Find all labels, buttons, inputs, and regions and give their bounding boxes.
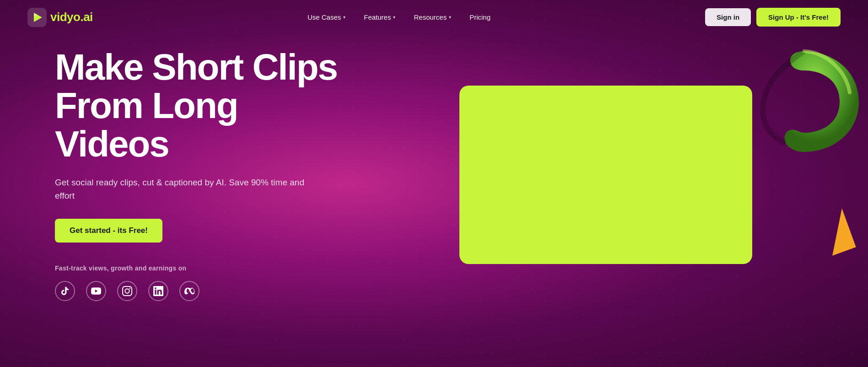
video-placeholder	[459, 86, 752, 264]
triangle-decoration	[818, 208, 856, 255]
chevron-down-icon: ▾	[449, 15, 451, 20]
signin-button[interactable]: Sign in	[705, 8, 751, 26]
nav-resources[interactable]: Resources ▾	[406, 10, 458, 25]
nav-pricing[interactable]: Pricing	[462, 10, 498, 25]
logo-icon	[27, 8, 47, 27]
logo-text: vidyo.ai	[50, 10, 93, 24]
hero-right	[380, 60, 831, 289]
chevron-down-icon: ▾	[343, 15, 345, 20]
instagram-icon[interactable]	[117, 281, 137, 301]
nav-right: Sign in Sign Up - It's Free!	[705, 8, 841, 27]
social-icons	[55, 281, 352, 301]
navbar: vidyo.ai Use Cases ▾ Features ▾ Resource…	[0, 0, 868, 34]
youtube-icon[interactable]	[86, 281, 106, 301]
hero-left: Make Short Clips From Long Videos Get so…	[55, 48, 352, 301]
hero-headline: Make Short Clips From Long Videos	[55, 48, 352, 163]
meta-icon[interactable]	[179, 281, 199, 301]
nav-center: Use Cases ▾ Features ▾ Resources ▾ Prici…	[300, 10, 498, 25]
hero-section: Make Short Clips From Long Videos Get so…	[0, 34, 868, 329]
cta-button[interactable]: Get started - its Free!	[55, 219, 162, 243]
nav-use-cases[interactable]: Use Cases ▾	[300, 10, 353, 25]
social-label: Fast-track views, growth and earnings on	[55, 264, 352, 272]
linkedin-icon[interactable]	[148, 281, 168, 301]
signup-button[interactable]: Sign Up - It's Free!	[756, 8, 841, 27]
nav-features[interactable]: Features ▾	[356, 10, 403, 25]
logo[interactable]: vidyo.ai	[27, 8, 93, 27]
hero-background: vidyo.ai Use Cases ▾ Features ▾ Resource…	[0, 0, 868, 367]
tiktok-icon[interactable]	[55, 281, 75, 301]
hero-subtitle: Get social ready clips, cut & captioned …	[55, 176, 311, 202]
chevron-down-icon: ▾	[393, 15, 395, 20]
